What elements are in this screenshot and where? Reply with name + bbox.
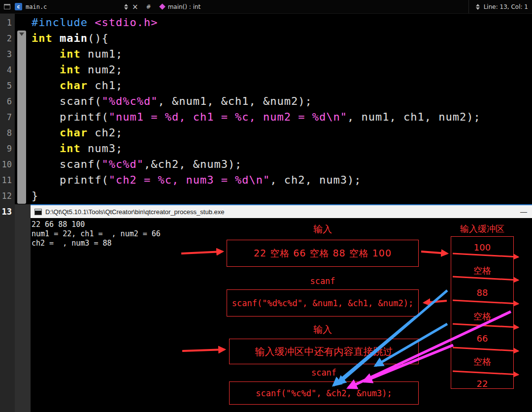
file-selector-arrows-icon[interactable] [124, 4, 128, 10]
code-line: #include <stdio.h> [32, 15, 532, 31]
code-token: #include [32, 16, 95, 29]
arrow-input-to-buffer [421, 252, 447, 254]
code-area[interactable]: #include <stdio.h>int main(){ int num1; … [32, 15, 532, 220]
scanf-box-2: scanf("%c%d", &ch2, &num3); [229, 381, 419, 405]
editor-topbar: c main.c × # main() : int Line: 13, Col:… [0, 0, 532, 14]
function-selector-label: main() : int [168, 3, 201, 10]
line-number: 1 [0, 15, 15, 31]
cursor-position-group: Line: 13, Col: 1 [468, 0, 528, 13]
code-token [53, 32, 60, 44]
line-number: 6 [0, 94, 15, 109]
code-line: int num2; [32, 62, 532, 78]
input-label-2: 输入 [227, 323, 419, 336]
split-window-icon[interactable] [4, 4, 10, 9]
code-token: num2; [81, 63, 123, 76]
code-line: int num3; [32, 141, 532, 157]
line-number-gutter: 12345678910111213 [0, 14, 15, 412]
console-body: 22 66 88 100num1 = 22, ch1 = , num2 = 66… [31, 218, 532, 412]
code-token: int [60, 63, 81, 76]
line-number: 2 [0, 31, 15, 46]
console-output-line: num1 = 22, ch1 = , num2 = 66 [32, 229, 161, 239]
arrow-buffer-to-scanf1 [424, 301, 447, 303]
code-token: scanf( [32, 158, 101, 170]
scanf-label-2: scanf [229, 368, 419, 378]
code-token: main [60, 32, 88, 44]
code-line: char ch2; [32, 125, 532, 141]
cursor-position-arrows-icon[interactable] [476, 4, 480, 10]
arrow-to-input-box [181, 252, 223, 254]
line-number: 7 [0, 109, 15, 125]
code-line: scanf("%c%d",&ch2, &num3); [32, 157, 532, 172]
line-number: 3 [0, 46, 15, 62]
input-data-box: 22 空格 66 空格 88 空格 100 [227, 240, 419, 267]
line-number: 5 [0, 78, 15, 94]
console-output: 22 66 88 100num1 = 22, ch1 = , num2 = 66… [32, 220, 161, 248]
buffer-item: 88 [451, 287, 513, 298]
code-token: <stdio.h> [95, 16, 158, 29]
symbol-hash-label: # [146, 3, 151, 10]
close-file-button[interactable]: × [132, 2, 138, 11]
console-app-icon [34, 209, 42, 215]
buffer-item: 空格 [451, 311, 513, 322]
line-number: 9 [0, 141, 15, 157]
line-number: 13 [0, 204, 15, 220]
c-file-icon: c [15, 3, 22, 10]
open-file-name[interactable]: main.c [26, 3, 120, 10]
line-number: 4 [0, 62, 15, 78]
input-buffer-box: 100空格88空格66空格22 [451, 236, 514, 389]
code-token: printf( [32, 111, 109, 123]
fold-bar[interactable] [17, 31, 26, 204]
code-token: , num1, ch1, num2); [347, 111, 481, 123]
line-number: 10 [0, 157, 15, 172]
console-titlebar[interactable]: D:\Qt\Qt5.10.1\Tools\QtCreator\bin\qtcre… [31, 205, 532, 218]
buffer-item: 22 [451, 379, 513, 389]
code-line: scanf("%d%c%d", &num1, &ch1, &num2); [32, 94, 532, 109]
code-token: char [60, 79, 88, 92]
code-line: int num1; [32, 46, 532, 62]
fold-margin-extension [15, 204, 31, 412]
buffer-item: 空格 [451, 265, 513, 277]
code-token [32, 63, 60, 76]
code-token: , &num1, &ch1, &num2); [158, 95, 312, 107]
line-number: 12 [0, 188, 15, 204]
code-token: "%c%d" [101, 158, 143, 170]
code-line: char ch1; [32, 78, 532, 94]
code-token: int [60, 48, 81, 60]
buffer-item: 空格 [451, 356, 513, 368]
code-token: num1; [81, 48, 123, 60]
code-token: scanf( [32, 95, 101, 107]
code-line: printf("num1 = %d, ch1 = %c, num2 = %d\n… [32, 109, 532, 125]
code-token: printf( [32, 174, 109, 186]
console-title: D:\Qt\Qt5.10.1\Tools\QtCreator\bin\qtcre… [45, 208, 224, 216]
qt-creator-window: c main.c × # main() : int Line: 13, Col:… [0, 0, 532, 412]
code-token [32, 79, 60, 92]
code-token: , ch2, num3); [270, 174, 361, 186]
console-output-line: 22 66 88 100 [32, 220, 161, 229]
cursor-position: Line: 13, Col: 1 [484, 3, 528, 10]
code-token: "%d%c%d" [101, 95, 158, 107]
code-token [32, 142, 60, 155]
code-token: char [60, 127, 88, 139]
code-token [32, 127, 60, 139]
scanf-box-1: scanf("%d%c%d", &num1, &ch1, &num2); [227, 289, 419, 317]
code-token: int [60, 142, 81, 155]
minimize-button[interactable]: — [520, 208, 527, 216]
input-buffer-label: 输入缓冲区 [451, 223, 514, 235]
function-selector[interactable]: main() : int [160, 3, 201, 10]
code-token: ch1; [88, 79, 123, 92]
code-line: printf("ch2 = %c, num3 = %d\n", ch2, num… [32, 172, 532, 188]
console-window[interactable]: D:\Qt\Qt5.10.1\Tools\QtCreator\bin\qtcre… [31, 204, 532, 412]
line-number: 11 [0, 172, 15, 188]
scanf-label-1: scanf [227, 276, 419, 286]
console-output-line: ch2 = , num3 = 88 [32, 239, 161, 248]
code-token [32, 48, 60, 60]
code-token: "num1 = %d, ch1 = %c, num2 = %d\n" [109, 111, 347, 123]
buffer-item: 100 [451, 242, 513, 253]
code-line: } [32, 188, 532, 204]
code-token: int [32, 32, 53, 44]
code-token: "ch2 = %c, num3 = %d\n" [109, 174, 270, 186]
code-token: ,&ch2, &num3); [144, 158, 242, 170]
fold-collapse-icon[interactable] [19, 32, 24, 36]
buffer-item: 66 [451, 333, 513, 344]
arrow-to-skip-box [182, 349, 225, 351]
